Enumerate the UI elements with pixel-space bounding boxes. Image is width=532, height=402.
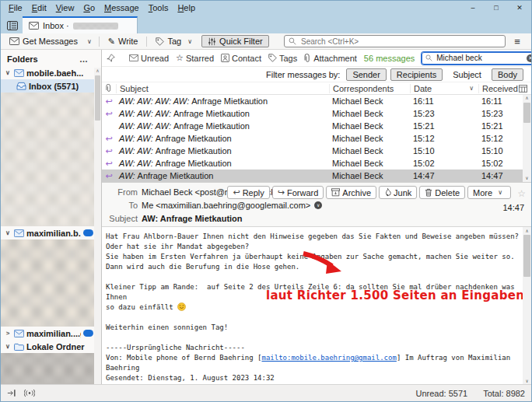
from-label: From: [107, 187, 138, 197]
sort-descending-icon: ∨: [469, 85, 474, 92]
menu-file[interactable]: File: [4, 3, 27, 12]
filter-target-recipients[interactable]: Recipients: [390, 68, 443, 81]
global-search-box[interactable]: [284, 35, 506, 47]
message-row-7-selected[interactable]: ↩ AW:Anfrage Mietkaution Michael Beck 14…: [102, 170, 531, 182]
message-row-5[interactable]: ↩ AW: AW:Anfrage Mietkaution Michael Bec…: [102, 145, 531, 157]
replied-icon: ↩: [105, 172, 112, 180]
quick-filter-search-box[interactable]: ✕: [422, 52, 532, 65]
delete-button[interactable]: Delete: [419, 186, 465, 199]
filter-starred-toggle[interactable]: ☆ Starred: [176, 53, 214, 63]
body-line: Weiterhin einen sonnigen Tag!: [106, 323, 519, 333]
scroll-down-icon[interactable]: ∨: [526, 377, 529, 384]
filter-target-body[interactable]: Body: [492, 68, 523, 81]
account-icon: [14, 330, 24, 337]
menu-go[interactable]: Go: [79, 3, 100, 12]
minimize-icon[interactable]: –: [461, 1, 485, 15]
unread-badge: [83, 229, 93, 236]
scroll-up-icon[interactable]: ∧: [525, 95, 528, 102]
thread-list: ↩ AW: AW: AW: AW:Anfrage Mietkaution Mic…: [102, 95, 531, 182]
reply-icon: ↩: [233, 187, 240, 198]
flame-icon: [384, 188, 391, 197]
quick-filter-search-input[interactable]: [435, 53, 524, 63]
contact-details-icon[interactable]: ∨: [314, 201, 322, 209]
pencil-icon: ✎: [108, 37, 115, 47]
offline-toggle-icon[interactable]: [7, 389, 16, 397]
scrollbar-thumb[interactable]: [95, 75, 100, 121]
chevron-down-icon: ∨: [495, 188, 506, 197]
filter-attachment-toggle[interactable]: Attachment: [304, 54, 357, 63]
filter-contact-toggle[interactable]: Contact: [221, 54, 261, 63]
folder-pane-scrollbar[interactable]: ∧: [94, 68, 101, 384]
thread-list-scrollbar[interactable]: ∧ ∨: [523, 95, 531, 182]
clear-search-icon[interactable]: ✕: [527, 54, 532, 62]
forward-button[interactable]: ↪ Forward: [272, 186, 324, 199]
filter-tags-toggle[interactable]: Tags: [268, 54, 297, 63]
message-row-3[interactable]: AW: AW: AW:Anfrage Mietkaution Michael B…: [102, 120, 531, 132]
attachment-column-icon[interactable]: [102, 84, 116, 93]
body-line: [106, 313, 519, 323]
scrollbar-thumb[interactable]: [523, 235, 530, 277]
folder-account-mobile[interactable]: ∨ mobile.baeh...: [1, 66, 101, 79]
folder-pane-menu-icon[interactable]: …: [79, 54, 89, 64]
chevron-down-icon[interactable]: ∨: [4, 343, 12, 350]
quick-filter-button[interactable]: Quick Filter: [201, 35, 269, 47]
column-received[interactable]: Received: [478, 84, 514, 93]
body-line: -----Ursprüngliche Nachricht-----: [106, 343, 519, 353]
message-body-scrollbar[interactable]: ∧ ∨: [523, 227, 531, 384]
scroll-up-icon[interactable]: ∧: [96, 68, 99, 74]
filter-unread-toggle[interactable]: Unread: [129, 54, 169, 63]
more-button[interactable]: More ∨: [467, 186, 511, 199]
message-row-1[interactable]: ↩ AW: AW: AW: AW:Anfrage Mietkaution Mic…: [102, 95, 531, 107]
junk-button[interactable]: Junk: [379, 186, 417, 199]
column-date[interactable]: Date ∨: [410, 84, 478, 93]
column-correspondents[interactable]: Correspondents: [329, 84, 410, 93]
column-subject[interactable]: Subject: [116, 84, 329, 93]
chevron-right-icon[interactable]: >: [4, 330, 12, 337]
folder-account-maximilian-1[interactable]: ∨ maximilian.b...h: [1, 226, 101, 239]
get-messages-button[interactable]: Get Messages: [5, 36, 82, 47]
mail-toolbar: Get Messages ∨ ✎ Write Tag ∨ Quick Filte…: [1, 33, 531, 50]
maximize-icon[interactable]: □: [485, 1, 508, 15]
filtered-message-count: 56 messages: [364, 54, 415, 63]
thunderbird-window: File Edit View Go Message Tools Help – □…: [0, 0, 532, 402]
write-button[interactable]: ✎ Write: [103, 36, 143, 47]
to-value[interactable]: Me <maximilian.baehring@googlemail.com>: [142, 201, 310, 210]
column-picker-icon[interactable]: [514, 85, 531, 93]
tag-button[interactable]: Tag ∨: [151, 36, 200, 47]
message-row-6[interactable]: ↩ AW: AW:Anfrage Mietkaution Michael Bec…: [102, 157, 531, 170]
chevron-down-icon[interactable]: ∨: [4, 229, 12, 236]
star-message-icon[interactable]: ☆: [517, 188, 526, 199]
folder-account-maximilian-2[interactable]: > maximilian....g: [1, 327, 101, 340]
scroll-up-icon[interactable]: ∧: [526, 227, 529, 234]
pin-icon[interactable]: [107, 54, 115, 62]
network-activity-icon[interactable]: [24, 389, 35, 397]
folder-local-folders[interactable]: ∨ Lokale Ordner: [1, 340, 101, 353]
filter-target-subject[interactable]: Subject: [446, 68, 488, 81]
menu-edit[interactable]: Edit: [27, 3, 51, 12]
folder-inbox[interactable]: Inbox (5571): [1, 79, 101, 93]
menu-view[interactable]: View: [51, 3, 79, 12]
tag-icon: [156, 37, 164, 46]
global-search-input[interactable]: [299, 37, 501, 47]
get-messages-dropdown-icon[interactable]: ∨: [84, 37, 95, 46]
message-row-2[interactable]: ↩ AW: AW: AW:Anfrage Mietkaution Michael…: [102, 107, 531, 120]
app-menu-icon[interactable]: ≡: [507, 36, 527, 47]
chevron-down-icon[interactable]: ∨: [4, 69, 12, 76]
scrollbar-thumb[interactable]: [523, 103, 530, 123]
spaces-toolbar-icon[interactable]: [2, 17, 23, 33]
reply-button[interactable]: ↩ Reply: [227, 186, 269, 199]
redacted-folders: [1, 239, 101, 327]
status-bar: Unread: 5571 Total: 8982: [1, 384, 531, 401]
tab-inbox[interactable]: Inbox ·: [23, 16, 138, 33]
menu-help[interactable]: Help: [173, 3, 200, 12]
scroll-down-icon[interactable]: ∨: [525, 175, 528, 182]
filter-target-sender[interactable]: Sender: [346, 68, 386, 81]
message-row-4[interactable]: ↩ AW: AW:Anfrage Mietkaution Michael Bec…: [102, 132, 531, 145]
mailto-link[interactable]: mailto:mobile.baehring@gmail.com: [261, 354, 396, 362]
subject-label: Subject: [107, 214, 138, 223]
archive-button[interactable]: Archive: [326, 186, 376, 199]
menu-tools[interactable]: Tools: [144, 3, 173, 12]
menu-message[interactable]: Message: [100, 3, 144, 12]
body-line: An: Michael Beck: [106, 383, 519, 384]
close-icon[interactable]: ✕: [508, 1, 531, 15]
